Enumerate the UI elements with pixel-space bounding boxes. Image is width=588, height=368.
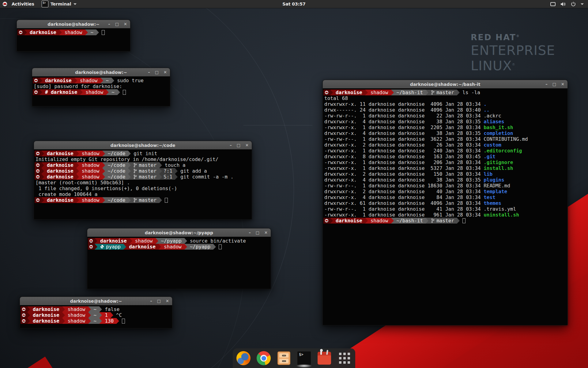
redhat-icon: [35, 162, 41, 168]
prompt-host: shadow: [368, 90, 391, 95]
minimize-icon[interactable]: –: [148, 70, 150, 74]
redhat-icon: [88, 238, 95, 244]
app-grid-icon[interactable]: [337, 351, 352, 365]
window-titlebar[interactable]: darknoise@shadow:~/code – □ ✕: [34, 141, 252, 149]
window-titlebar[interactable]: darknoise@shadow:~ – □ ✕: [32, 68, 170, 76]
maximize-icon[interactable]: □: [237, 143, 240, 147]
file-row: drwxrwxr-x. 4 darknoise darknoise 84 Jan…: [323, 194, 567, 200]
git-branch-segment: master: [428, 90, 457, 95]
minimize-icon[interactable]: –: [108, 22, 110, 26]
maximize-icon[interactable]: □: [256, 231, 259, 235]
terminal-content[interactable]: darknoise shadow ~: [17, 28, 130, 35]
window-titlebar[interactable]: darknoise@shadow:~/pyapp – □ ✕: [87, 228, 271, 237]
maximize-icon[interactable]: □: [155, 70, 159, 74]
window-titlebar[interactable]: darknoise@shadow:~ – □ ✕: [20, 297, 172, 305]
maximize-icon[interactable]: □: [157, 299, 161, 303]
prompt-user: darknoise: [30, 318, 62, 324]
git-branch-segment: master: [131, 168, 159, 174]
command-text: sudo true: [114, 78, 144, 83]
redhat-icon: [323, 218, 330, 224]
terminal-content[interactable]: darknoise shadow ~/pyapp source bin/acti…: [87, 237, 271, 250]
git-branch-icon: [134, 163, 137, 167]
prompt-line: darknoise shadow ~: [17, 29, 130, 35]
command-text: git init: [131, 151, 157, 156]
terminal-cursor: [102, 30, 105, 35]
terminal-window-home-small: darknoise@shadow:~ – □ ✕ darknoise shado…: [17, 20, 130, 52]
command-text: ls -la: [460, 90, 480, 95]
minimize-icon[interactable]: –: [545, 82, 548, 86]
file-row: drwxrwxr-x. 8 darknoise darknoise 163 Ja…: [323, 154, 567, 159]
prompt-path: ~/code: [105, 168, 128, 174]
minimize-icon[interactable]: –: [249, 231, 251, 235]
git-branch-segment: master: [428, 218, 457, 224]
terminal-content[interactable]: darknoise shadow ~/bash-it master ls -la…: [323, 88, 567, 224]
close-icon[interactable]: ✕: [561, 82, 564, 86]
prompt-line: darknoise shadow ~ false: [21, 306, 172, 312]
terminal-content[interactable]: darknoise shadow ~ sudo true [sudo] pass…: [32, 76, 170, 95]
terminal-cursor: [462, 218, 466, 223]
file-row: drwxrwxr-x. 61 darknoise darknoise 4096 …: [323, 200, 567, 206]
activities-button[interactable]: Activities: [10, 1, 36, 7]
focused-app-menu[interactable]: $> Terminal: [42, 1, 77, 7]
prompt-path: ~/bash-it: [394, 90, 426, 95]
file-row: -rwxrwxr-x. 1 darknoise darknoise 2205 J…: [323, 125, 567, 130]
file-row: -rwxrwxr-x. 1 darknoise darknoise 961 Ja…: [323, 212, 567, 218]
terminal-content[interactable]: darknoise shadow ~ false darknoise shado…: [20, 305, 172, 324]
toolbox-icon[interactable]: [317, 351, 331, 365]
git-branch-icon: [134, 198, 137, 202]
prompt-user: darknoise: [44, 168, 76, 174]
file-row: -rw-rw-r--. 1 darknoise darknoise 3622 J…: [323, 136, 567, 142]
window-title: darknoise@shadow:~/code: [110, 143, 175, 148]
prompt-user: darknoise: [44, 162, 76, 168]
git-branch-segment: master: [131, 197, 159, 203]
terminal-window-sudo: darknoise@shadow:~ – □ ✕ darknoise shado…: [32, 68, 170, 106]
prompt-path: ~/code: [105, 197, 128, 203]
prompt-user: darknoise: [126, 244, 158, 250]
close-icon[interactable]: ✕: [245, 143, 249, 147]
firefox-icon[interactable]: [236, 351, 251, 365]
window-titlebar[interactable]: darknoise@shadow:~ – □ ✕: [17, 20, 130, 28]
close-icon[interactable]: ✕: [124, 22, 127, 26]
close-icon[interactable]: ✕: [166, 299, 169, 303]
prompt-path: ~: [88, 29, 96, 35]
terminal-content[interactable]: darknoise shadow ~/code git init Initial…: [34, 149, 252, 203]
close-icon[interactable]: ✕: [164, 70, 167, 74]
minimize-icon[interactable]: –: [230, 143, 232, 147]
redhat-icon: [323, 90, 330, 95]
files-icon[interactable]: [277, 351, 291, 365]
maximize-icon[interactable]: □: [552, 82, 556, 86]
chevron-down-icon[interactable]: [581, 3, 584, 5]
git-staged-count: S:1: [162, 174, 175, 180]
prompt-host: shadow: [79, 197, 102, 203]
prompt-host: shadow: [79, 168, 102, 174]
command-text: touch a: [162, 162, 185, 168]
terminal-cursor: [165, 198, 168, 203]
window-titlebar[interactable]: darknoise@shadow:~/bash-it – □ ✕: [323, 80, 567, 88]
maximize-icon[interactable]: □: [115, 22, 119, 26]
redhat-icon: [88, 244, 95, 250]
focused-app-name: Terminal: [51, 2, 71, 6]
file-row: -rw-rw-r--. 1 darknoise darknoise 18630 …: [323, 183, 567, 189]
redhat-icon: [35, 197, 41, 203]
prompt-user: darknoise: [44, 151, 76, 156]
terminal-icon[interactable]: $>: [297, 351, 311, 365]
minimize-icon[interactable]: –: [150, 299, 152, 303]
file-row: drwx------. 24 darknoise darknoise 4096 …: [323, 107, 567, 113]
prompt-line: darknoise shadow ~ 130: [21, 318, 172, 324]
git-branch-icon: [431, 90, 435, 95]
window-title: darknoise@shadow:~/bash-it: [410, 82, 481, 87]
output-line: Initialized empty Git repository in /hom…: [35, 156, 252, 162]
prompt-user-root: #darknoise: [42, 89, 80, 95]
close-icon[interactable]: ✕: [264, 231, 268, 235]
chrome-icon[interactable]: [257, 351, 271, 365]
window-title: darknoise@shadow:~: [75, 70, 127, 75]
prompt-path: ~: [109, 89, 117, 95]
root-hash: #: [45, 89, 48, 95]
clock[interactable]: Sat 03:57: [282, 2, 306, 6]
power-icon[interactable]: [571, 2, 576, 6]
prompt-line: darknoise shadow ~/code master: [35, 197, 252, 203]
prompt-user: darknoise: [30, 312, 62, 318]
display-icon[interactable]: [550, 2, 556, 6]
terminal-cursor: [123, 90, 126, 95]
volume-icon[interactable]: [560, 2, 566, 6]
